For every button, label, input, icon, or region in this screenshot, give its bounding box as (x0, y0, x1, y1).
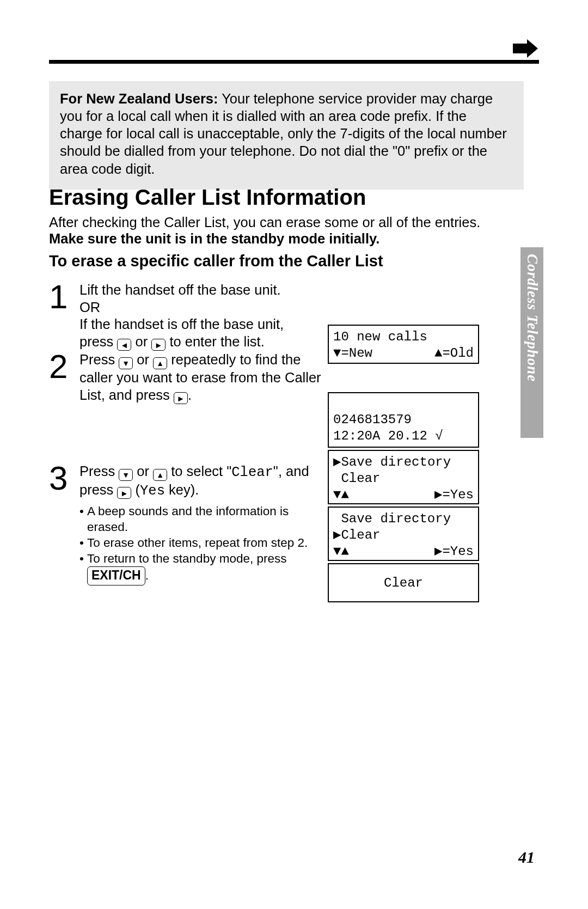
lcd-display-2: 0246813579 12:20A 20.12 √ (328, 392, 479, 448)
bullet-item: A beep sounds and the information is era… (79, 504, 332, 535)
step-body: Press ▼ or ▲ repeatedly to find the call… (79, 351, 332, 404)
top-horizontal-rule (49, 60, 539, 64)
bullet-item: To erase other items, repeat from step 2… (79, 535, 332, 551)
exit-ch-key-icon: EXIT/CH (87, 566, 145, 585)
up-arrow-key-icon: ▲ (153, 357, 167, 369)
nz-users-note: For New Zealand Users: Your telephone se… (49, 81, 524, 190)
intro-line: After checking the Caller List, you can … (49, 215, 480, 230)
section-title: Erasing Caller List Information (49, 185, 366, 210)
right-arrow-key-icon: ► (151, 339, 166, 351)
section-side-tab: Cordless Telephone (520, 247, 543, 438)
manual-page: For New Zealand Users: Your telephone se… (0, 0, 588, 909)
lcd-display-5: Clear (328, 563, 479, 602)
up-arrow-key-icon: ▲ (153, 469, 167, 481)
right-arrow-key-icon: ► (117, 487, 131, 499)
bullet-item: To return to the standby mode, press EXI… (79, 551, 332, 585)
page-number: 41 (518, 848, 535, 867)
right-arrow-key-icon: ► (174, 392, 188, 404)
lcd-display-1: 10 new calls ▼=New▲=Old (328, 325, 479, 364)
left-arrow-key-icon: ◄ (117, 339, 131, 351)
continue-arrow-icon (513, 39, 538, 60)
note-title: For New Zealand Users: (60, 91, 218, 106)
step-3-bullets: A beep sounds and the information is era… (79, 504, 332, 585)
step-number: 2 (49, 347, 68, 386)
lcd-display-3: ▶Save directory Clear ▼▲▶=Yes (328, 450, 479, 504)
lcd-display-4: Save directory ▶Clear ▼▲▶=Yes (328, 507, 479, 561)
down-arrow-key-icon: ▼ (119, 357, 133, 369)
step-1: 1 Lift the handset off the base unit. OR… (49, 282, 332, 351)
down-arrow-key-icon: ▼ (119, 469, 133, 481)
step-body: Press ▼ or ▲ to select "Clear", and pres… (79, 463, 332, 585)
step-2: 2 Press ▼ or ▲ repeatedly to find the ca… (49, 351, 332, 404)
step-number: 1 (49, 277, 68, 316)
step-3: 3 Press ▼ or ▲ to select "Clear", and pr… (49, 463, 332, 585)
side-tab-label: Cordless Telephone (524, 254, 541, 382)
sub-heading: To erase a specific caller from the Call… (49, 252, 383, 270)
intro-bold: Make sure the unit is in the standby mod… (49, 231, 379, 247)
svg-marker-0 (513, 39, 538, 58)
step-body: Lift the handset off the base unit. OR I… (79, 282, 332, 351)
step-number: 3 (49, 459, 68, 497)
